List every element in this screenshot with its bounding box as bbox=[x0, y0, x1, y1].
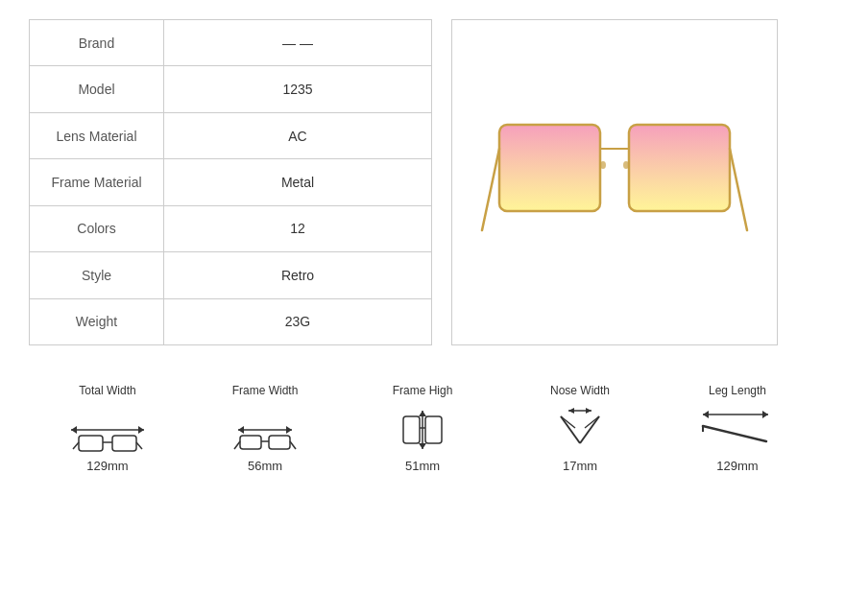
measure-value: 56mm bbox=[248, 459, 282, 473]
measure-label: Total Width bbox=[79, 384, 135, 397]
svg-line-30 bbox=[580, 416, 599, 443]
svg-marker-16 bbox=[238, 426, 244, 434]
frame-high-icon bbox=[384, 407, 461, 453]
svg-rect-11 bbox=[112, 436, 136, 451]
table-row: Model1235 bbox=[30, 66, 432, 112]
spec-label: Lens Material bbox=[30, 112, 164, 158]
svg-rect-18 bbox=[240, 436, 261, 449]
svg-line-13 bbox=[73, 442, 79, 449]
svg-point-6 bbox=[623, 161, 629, 169]
table-row: Colors12 bbox=[30, 205, 432, 251]
table-row: Brand— — bbox=[30, 20, 432, 66]
nose-width-icon bbox=[542, 407, 618, 453]
measure-value: 51mm bbox=[405, 459, 440, 473]
svg-rect-26 bbox=[403, 416, 420, 443]
svg-marker-40 bbox=[762, 411, 768, 418]
measure-item: Leg Length 129mm bbox=[675, 384, 800, 473]
measure-item: Frame Width 56mm bbox=[203, 384, 327, 473]
svg-marker-8 bbox=[71, 426, 77, 434]
table-row: Frame MaterialMetal bbox=[30, 159, 432, 205]
measurements-section: Total Width 129mmFrame Width 56mmFrame H… bbox=[29, 374, 816, 492]
leg-length-icon bbox=[699, 407, 776, 453]
svg-line-14 bbox=[136, 442, 142, 449]
total-width-icon bbox=[69, 407, 146, 453]
svg-rect-0 bbox=[499, 125, 600, 211]
svg-rect-1 bbox=[629, 125, 730, 211]
measure-item: Frame High 51mm bbox=[360, 384, 485, 473]
svg-marker-39 bbox=[703, 411, 709, 418]
svg-marker-24 bbox=[419, 411, 426, 416]
product-image bbox=[480, 86, 749, 278]
svg-marker-17 bbox=[286, 426, 292, 434]
spec-value: Retro bbox=[164, 252, 432, 298]
spec-value: Metal bbox=[164, 159, 432, 205]
table-row: Weight23G bbox=[30, 298, 432, 344]
table-row: Lens MaterialAC bbox=[30, 112, 432, 158]
svg-rect-10 bbox=[79, 436, 103, 451]
measure-value: 17mm bbox=[563, 459, 597, 473]
measure-label: Frame Width bbox=[232, 384, 299, 397]
measure-label: Leg Length bbox=[709, 384, 766, 397]
svg-marker-35 bbox=[586, 408, 592, 414]
measure-value: 129mm bbox=[716, 459, 758, 473]
specs-table: Brand— —Model1235Lens MaterialACFrame Ma… bbox=[29, 19, 432, 345]
spec-value: AC bbox=[164, 112, 432, 158]
svg-marker-9 bbox=[138, 426, 144, 434]
spec-label: Model bbox=[30, 66, 164, 112]
spec-label: Brand bbox=[30, 20, 164, 66]
measure-item: Total Width 129mm bbox=[45, 384, 170, 473]
svg-marker-34 bbox=[568, 408, 574, 414]
spec-label: Colors bbox=[30, 205, 164, 251]
measure-value: 129mm bbox=[86, 459, 128, 473]
svg-rect-19 bbox=[269, 436, 290, 449]
spec-label: Weight bbox=[30, 298, 164, 344]
measure-label: Nose Width bbox=[550, 384, 610, 397]
measure-label: Frame High bbox=[393, 384, 453, 397]
svg-point-5 bbox=[600, 161, 606, 169]
svg-line-29 bbox=[561, 416, 580, 443]
top-section: Brand— —Model1235Lens MaterialACFrame Ma… bbox=[29, 19, 816, 345]
spec-value: — — bbox=[164, 20, 432, 66]
svg-line-3 bbox=[482, 149, 499, 230]
spec-value: 1235 bbox=[164, 66, 432, 112]
svg-rect-27 bbox=[425, 416, 442, 443]
svg-marker-25 bbox=[419, 443, 426, 449]
table-row: StyleRetro bbox=[30, 252, 432, 298]
product-image-box bbox=[451, 19, 778, 345]
spec-value: 12 bbox=[164, 205, 432, 251]
svg-line-4 bbox=[730, 149, 747, 230]
spec-value: 23G bbox=[164, 298, 432, 344]
svg-line-36 bbox=[703, 426, 766, 441]
spec-label: Frame Material bbox=[30, 159, 164, 205]
svg-line-22 bbox=[290, 441, 296, 449]
measure-item: Nose Width 17mm bbox=[518, 384, 642, 473]
spec-label: Style bbox=[30, 252, 164, 298]
frame-width-icon bbox=[227, 407, 303, 453]
svg-line-21 bbox=[234, 441, 240, 449]
